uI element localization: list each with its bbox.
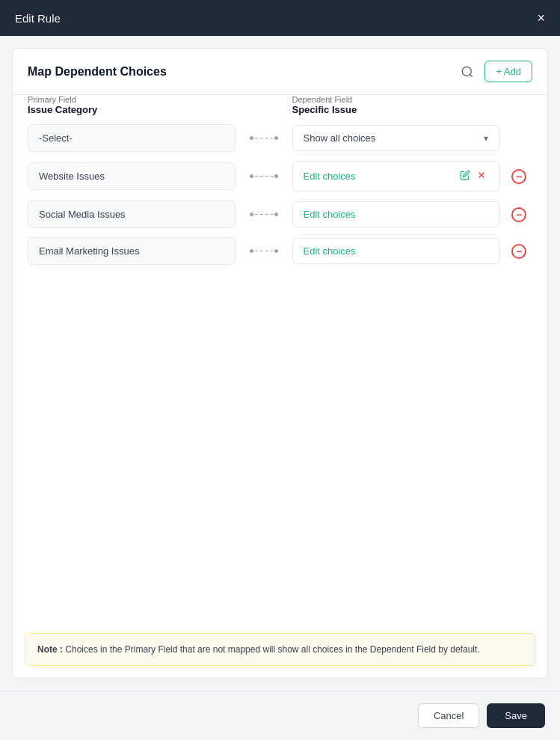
delete-icon-button[interactable] [475, 168, 488, 184]
dependent-field-header: Dependent Field Specific Issue [292, 95, 500, 115]
mapping-rows: -Select- Show all choices ▾ Website Issu… [13, 118, 547, 633]
email-marketing-cell: Email Marketing Issues [28, 237, 236, 265]
dot [250, 174, 253, 178]
add-button[interactable]: + Add [484, 61, 532, 82]
edit-choices-link[interactable]: Edit choices [304, 209, 356, 220]
connector [241, 212, 286, 216]
modal-body: Map Dependent Choices + Add Primary Fiel… [0, 36, 560, 691]
cancel-button[interactable]: Cancel [418, 703, 479, 728]
svg-point-0 [463, 67, 472, 76]
dot [274, 249, 278, 253]
connector-line [255, 251, 273, 251]
primary-field-label: Primary Field [28, 95, 236, 104]
dot [250, 249, 253, 253]
search-icon [461, 65, 474, 79]
close-button[interactable]: × [537, 11, 545, 25]
connector [241, 174, 286, 178]
social-edit-cell: Edit choices [292, 201, 500, 227]
minus-circle-icon: − [511, 169, 526, 184]
title-bar: Edit Rule × [0, 0, 560, 36]
card-header: Map Dependent Choices + Add [13, 49, 547, 95]
connector [241, 136, 286, 140]
dot [250, 136, 253, 140]
connector-dots [250, 212, 278, 216]
close-icon [476, 170, 487, 180]
show-all-cell[interactable]: Show all choices ▾ [292, 125, 500, 151]
connector [241, 249, 286, 253]
note-prefix: Note : [37, 644, 65, 655]
primary-select-cell: -Select- [28, 124, 236, 152]
svg-line-1 [470, 74, 473, 76]
note-text: Choices in the Primary Field that are no… [65, 644, 479, 655]
save-button[interactable]: Save [487, 703, 545, 728]
pencil-icon [460, 170, 470, 180]
minus-circle-icon: − [511, 244, 526, 259]
dot [274, 174, 278, 178]
dependent-field-label: Dependent Field [292, 95, 500, 104]
chevron-down-icon: ▾ [484, 133, 488, 144]
note-box: Note : Choices in the Primary Field that… [25, 633, 535, 666]
main-card: Map Dependent Choices + Add Primary Fiel… [12, 48, 548, 679]
connector-line [255, 138, 273, 138]
card-title: Map Dependent Choices [28, 65, 167, 79]
fields-header: Primary Field Issue Category Dependent F… [13, 95, 547, 118]
edit-icon-button[interactable] [458, 168, 472, 184]
website-edit-cell: Edit choices [292, 161, 500, 192]
connector-dots [250, 136, 278, 140]
table-row: Email Marketing Issues Edit choices − [28, 237, 532, 265]
search-button[interactable] [458, 62, 477, 82]
minus-circle-icon: − [511, 207, 526, 222]
connector-line [255, 176, 273, 177]
connector-dots [250, 174, 278, 178]
dialog-title: Edit Rule [15, 12, 61, 25]
social-media-cell: Social Media Issues [28, 201, 236, 228]
dot [274, 136, 278, 140]
remove-row-button[interactable]: − [505, 168, 532, 186]
dot [250, 212, 253, 216]
dependent-field-name: Specific Issue [292, 104, 500, 115]
table-row: Social Media Issues Edit choices − [28, 201, 532, 228]
primary-field-header: Primary Field Issue Category [28, 95, 236, 115]
show-all-text: Show all choices [304, 132, 376, 144]
footer: Cancel Save [0, 691, 560, 740]
row-inline-actions [458, 168, 488, 184]
website-issues-cell: Website Issues [28, 162, 236, 190]
email-edit-cell: Edit choices [292, 238, 500, 264]
header-actions: + Add [458, 61, 532, 82]
table-row: Website Issues Edit choices [28, 161, 532, 192]
connector-dots [250, 249, 278, 253]
remove-row-button[interactable]: − [505, 206, 532, 224]
remove-row-button[interactable]: − [505, 242, 532, 260]
connector-line [255, 214, 273, 215]
table-row: -Select- Show all choices ▾ [28, 124, 532, 152]
primary-field-name: Issue Category [28, 104, 236, 115]
dot [274, 212, 278, 216]
edit-choices-link[interactable]: Edit choices [304, 171, 356, 182]
edit-choices-link[interactable]: Edit choices [304, 245, 356, 257]
